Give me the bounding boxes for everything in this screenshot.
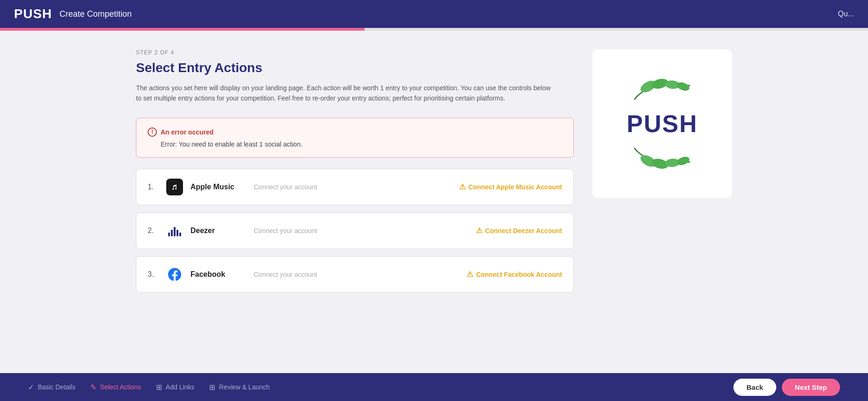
push-logo-large: PUSH bbox=[627, 112, 698, 136]
footer-step-review-launch-label: Review & Launch bbox=[219, 383, 270, 391]
action-number-3: 3. bbox=[148, 270, 159, 279]
footer-step-review-launch: ⊞ Review & Launch bbox=[209, 383, 270, 392]
deezer-bar-5 bbox=[179, 233, 181, 236]
action-card-facebook: 3. Facebook Connect your account ⚠ Conne… bbox=[136, 256, 574, 293]
error-icon: ! bbox=[148, 127, 157, 137]
connect-facebook-label: Connect Facebook Account bbox=[476, 271, 562, 278]
action-card-apple-music: 1. Apple Music Connect your account ⚠ Co… bbox=[136, 169, 574, 205]
deezer-bar-2 bbox=[171, 230, 173, 236]
deezer-bar-1 bbox=[168, 233, 170, 236]
footer-step-select-actions: ✎ Select Actions bbox=[90, 383, 141, 392]
connect-apple-music-button[interactable]: ⚠ Connect Apple Music Account bbox=[459, 182, 562, 191]
action-name-facebook: Facebook bbox=[190, 270, 246, 279]
leaf-bottom-decoration bbox=[630, 143, 695, 171]
page-description: The actions you set here will display on… bbox=[136, 83, 555, 104]
action-number-2: 2. bbox=[148, 227, 159, 235]
warning-icon-apple-music: ⚠ bbox=[459, 182, 466, 191]
action-name-deezer: Deezer bbox=[190, 227, 246, 235]
action-card-deezer: 2. Deezer Connect your account ⚠ Connect… bbox=[136, 213, 574, 249]
page-title: Select Entry Actions bbox=[136, 60, 574, 75]
check-icon: ✓ bbox=[28, 383, 34, 392]
footer-buttons: Back Next Step bbox=[733, 379, 840, 396]
header-left: PUSH Create Competition bbox=[14, 7, 132, 21]
footer-step-add-links: ⊞ Add Links bbox=[156, 383, 194, 392]
error-message: Error: You need to enable at least 1 soc… bbox=[148, 140, 562, 148]
progress-bar-fill bbox=[0, 28, 365, 31]
header: PUSH Create Competition Qu... bbox=[0, 0, 868, 28]
deezer-icon bbox=[166, 222, 183, 239]
svg-rect-0 bbox=[170, 182, 180, 192]
sidebar-area: PUSH bbox=[592, 49, 732, 300]
warning-icon-facebook: ⚠ bbox=[467, 270, 473, 279]
edit-icon: ✎ bbox=[90, 383, 96, 392]
error-title: ! An error occured bbox=[148, 127, 562, 137]
connect-deezer-label: Connect Deezer Account bbox=[485, 227, 562, 234]
deezer-bar-3 bbox=[174, 227, 176, 236]
progress-bar-container bbox=[0, 28, 868, 31]
action-number-1: 1. bbox=[148, 183, 159, 191]
connect-facebook-button[interactable]: ⚠ Connect Facebook Account bbox=[467, 270, 562, 279]
facebook-icon bbox=[166, 266, 183, 283]
content-area: STEP 2 OF 4 Select Entry Actions The act… bbox=[136, 49, 592, 300]
footer-step-basic-details: ✓ Basic Details bbox=[28, 383, 75, 392]
header-title: Create Competition bbox=[60, 9, 132, 19]
leaf-top-decoration bbox=[630, 76, 695, 104]
footer-step-select-actions-label: Select Actions bbox=[100, 383, 141, 391]
footer-bar: ✓ Basic Details ✎ Select Actions ⊞ Add L… bbox=[0, 373, 868, 401]
footer-steps: ✓ Basic Details ✎ Select Actions ⊞ Add L… bbox=[28, 383, 270, 392]
action-name-apple-music: Apple Music bbox=[190, 183, 246, 191]
action-subtitle-deezer: Connect your account bbox=[254, 227, 468, 234]
back-button[interactable]: Back bbox=[733, 379, 776, 396]
footer-step-basic-details-label: Basic Details bbox=[38, 383, 75, 391]
connect-deezer-button[interactable]: ⚠ Connect Deezer Account bbox=[476, 226, 562, 235]
action-subtitle-facebook: Connect your account bbox=[254, 271, 459, 278]
logo: PUSH bbox=[14, 7, 52, 21]
main-layout: STEP 2 OF 4 Select Entry Actions The act… bbox=[108, 31, 760, 347]
step-indicator: STEP 2 OF 4 bbox=[136, 49, 574, 56]
error-title-text: An error occured bbox=[161, 128, 214, 136]
warning-icon-deezer: ⚠ bbox=[476, 226, 482, 235]
sidebar-card: PUSH bbox=[592, 49, 732, 198]
grid-icon-links: ⊞ bbox=[156, 383, 162, 392]
apple-music-icon bbox=[166, 179, 183, 195]
error-box: ! An error occured Error: You need to en… bbox=[136, 118, 574, 158]
action-subtitle-apple-music: Connect your account bbox=[254, 183, 452, 191]
deezer-bar-4 bbox=[176, 230, 178, 236]
next-step-button[interactable]: Next Step bbox=[782, 379, 840, 396]
grid-icon-review: ⊞ bbox=[209, 383, 215, 392]
footer-step-add-links-label: Add Links bbox=[166, 383, 194, 391]
quit-button[interactable]: Qu... bbox=[838, 10, 854, 18]
connect-apple-music-label: Connect Apple Music Account bbox=[468, 183, 562, 191]
